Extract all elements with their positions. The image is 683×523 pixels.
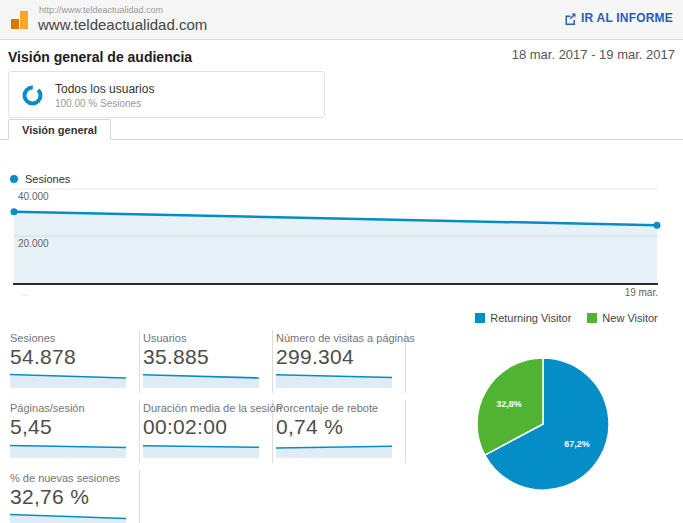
metric-label: % de nuevas sesiones xyxy=(10,472,131,484)
svg-text:32,8%: 32,8% xyxy=(496,399,522,409)
legend-item-new-visitor: New Visitor xyxy=(587,312,657,324)
legend-label: Returning Visitor xyxy=(490,312,571,324)
metrics-row: Sesiones 54.878 Usuarios 35.885 Número d… xyxy=(8,330,410,393)
visitor-type-pie-chart[interactable]: 67,2%32,8% xyxy=(450,328,683,503)
metric-label: Número de visitas a páginas xyxy=(276,332,397,344)
svg-text:20.000: 20.000 xyxy=(18,238,49,249)
metric-label: Duración media de la sesión xyxy=(143,402,264,414)
metric-sparkline xyxy=(143,371,259,388)
svg-text:19 mar.: 19 mar. xyxy=(625,287,658,298)
segment-detail: 100.00 % Sesiones xyxy=(55,98,141,109)
visitor-type-section: Returning Visitor New Visitor 67,2%32,8% xyxy=(450,311,683,503)
metric-card-paginas-sesion: Páginas/sesión 5,45 xyxy=(8,400,140,463)
metric-sparkline xyxy=(10,371,126,388)
metric-card-nuevas-sesiones: % de nuevas sesiones 32,76 % xyxy=(8,470,140,523)
external-link-icon xyxy=(564,12,577,25)
metric-sparkline xyxy=(276,441,392,458)
tab-vision-general[interactable]: Visión general xyxy=(8,119,111,140)
property-title: www.teldeactualidad.com xyxy=(38,16,207,33)
metric-card-visitas-paginas: Número de visitas a páginas 299.304 xyxy=(274,330,406,393)
metric-card-usuarios: Usuarios 35.885 xyxy=(141,330,273,393)
svg-text:40.000: 40.000 xyxy=(18,191,49,202)
legend-label: New Visitor xyxy=(602,312,657,324)
svg-text:67,2%: 67,2% xyxy=(564,439,590,449)
metrics-row: % de nuevas sesiones 32,76 % xyxy=(8,470,410,523)
segment-all-users[interactable]: Todos los usuarios 100.00 % Sesiones xyxy=(8,71,325,118)
metric-label: Porcentaje de rebote xyxy=(276,402,397,414)
segment-name: Todos los usuarios xyxy=(55,82,154,96)
metric-sparkline xyxy=(276,371,392,388)
metric-sparkline xyxy=(143,441,259,458)
analytics-logo-icon xyxy=(9,9,31,31)
metric-value: 0,74 % xyxy=(276,415,397,439)
metrics-grid: Sesiones 54.878 Usuarios 35.885 Número d… xyxy=(8,330,410,523)
returning-visitor-swatch-icon xyxy=(475,313,485,323)
metric-card-duracion-media: Duración media de la sesión 00:02:00 xyxy=(141,400,273,463)
svg-text:…: … xyxy=(20,287,30,298)
metric-card-sesiones: Sesiones 54.878 xyxy=(8,330,140,393)
metric-sparkline xyxy=(10,441,126,458)
page-title: Visión general de audiencia xyxy=(8,49,192,65)
pie-legend: Returning Visitor New Visitor xyxy=(450,311,683,325)
metric-label: Usuarios xyxy=(143,332,264,344)
segment-donut-icon xyxy=(21,84,44,107)
metric-value: 5,45 xyxy=(10,415,131,439)
metric-value: 00:02:00 xyxy=(143,415,264,439)
metric-label: Páginas/sesión xyxy=(10,402,131,414)
metric-label: Sesiones xyxy=(10,332,131,344)
go-to-report-label: IR AL INFORME xyxy=(581,11,673,25)
metric-value: 299.304 xyxy=(276,345,397,369)
metric-card-porcentaje-rebote: Porcentaje de rebote 0,74 % xyxy=(274,400,406,463)
tab-bar: Visión general xyxy=(0,119,683,140)
metric-value: 32,76 % xyxy=(10,485,131,509)
date-range: 18 mar. 2017 - 19 mar. 2017 xyxy=(512,47,675,62)
metrics-row: Páginas/sesión 5,45 Duración media de la… xyxy=(8,400,410,463)
go-to-report-link[interactable]: IR AL INFORME xyxy=(564,11,673,25)
metric-sparkline xyxy=(10,511,126,523)
sessions-timeline-chart[interactable]: 40.00020.00019 mar.… xyxy=(0,171,683,301)
header-bar: http://www.teldeactualidad.com www.telde… xyxy=(0,0,683,40)
metric-value: 54.878 xyxy=(10,345,131,369)
property-url: http://www.teldeactualidad.com xyxy=(39,5,163,15)
new-visitor-swatch-icon xyxy=(587,313,597,323)
legend-item-returning-visitor: Returning Visitor xyxy=(475,312,571,324)
metric-value: 35.885 xyxy=(143,345,264,369)
